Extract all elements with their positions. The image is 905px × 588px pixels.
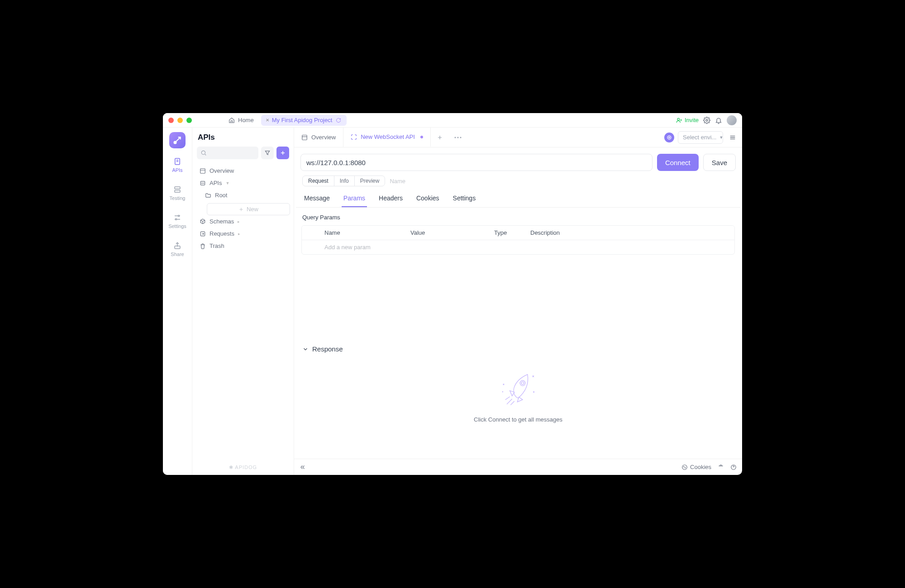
apis-icon (173, 157, 181, 166)
rocket-icon (495, 367, 541, 408)
rail-share[interactable]: Share (163, 238, 192, 261)
sidebar-title: APIs (192, 128, 294, 147)
brand-label: APIDOG (235, 465, 257, 470)
statusbar: Cookies (294, 459, 742, 475)
tree-apis[interactable]: APIs ▼ (196, 177, 290, 189)
maximize-window-button[interactable] (186, 118, 192, 123)
rail-testing[interactable]: Testing (163, 182, 192, 204)
brand-footer: ✱ APIDOG (192, 460, 294, 475)
tree-schemas-label: Schemas (210, 218, 234, 225)
env-select[interactable]: Select envi... ▼ (678, 131, 723, 144)
help-button[interactable] (730, 464, 737, 470)
tabs-more-button[interactable] (449, 128, 467, 147)
project-tabs: Home ✕ My First Apidog Project (224, 115, 347, 126)
rail-settings-label: Settings (168, 223, 186, 229)
subtab-params[interactable]: Params (342, 191, 367, 207)
tree-schemas[interactable]: Schemas ▸ (196, 215, 290, 228)
cube-icon (200, 218, 206, 225)
invite-button[interactable]: Invite (676, 117, 699, 123)
project-tab[interactable]: ✕ My First Apidog Project (261, 115, 347, 126)
request-subtabs: Message Params Headers Cookies Settings (296, 188, 740, 208)
minimize-window-button[interactable] (177, 118, 183, 123)
name-input[interactable]: Name (390, 178, 405, 185)
home-tab[interactable]: Home (224, 115, 258, 126)
rail-apis[interactable]: APIs (163, 154, 192, 176)
main: Overview New WebSocket API (294, 128, 742, 475)
svg-point-7 (176, 218, 177, 220)
settings-icon (173, 213, 181, 222)
save-button[interactable]: Save (703, 154, 736, 171)
editor-tabs: Overview New WebSocket API (294, 128, 742, 147)
tab-websocket[interactable]: New WebSocket API (343, 128, 431, 147)
cookies-label: Cookies (690, 464, 711, 470)
seg-preview[interactable]: Preview (354, 176, 385, 186)
url-input[interactable] (300, 154, 653, 171)
refresh-icon[interactable] (335, 117, 342, 124)
avatar[interactable] (727, 115, 737, 125)
env-indicator[interactable] (664, 133, 674, 142)
filter-button[interactable] (261, 147, 274, 159)
col-name: Name (320, 226, 406, 240)
tree-new-button[interactable]: New (207, 203, 290, 215)
query-params-label: Query Params (294, 208, 742, 225)
chevrons-left-icon (300, 464, 306, 470)
response-header[interactable]: Response (294, 341, 742, 358)
rail-settings[interactable]: Settings (163, 210, 192, 232)
svg-point-14 (454, 137, 456, 138)
subtab-headers[interactable]: Headers (377, 191, 405, 207)
help-icon (730, 464, 737, 470)
svg-rect-4 (175, 187, 180, 189)
seg-info[interactable]: Info (334, 176, 354, 186)
col-value: Value (406, 226, 490, 240)
col-description: Description (526, 226, 734, 240)
collapse-sidebar-button[interactable] (300, 464, 306, 470)
add-tab-button[interactable] (431, 128, 449, 147)
connect-button[interactable]: Connect (657, 154, 699, 171)
tree-trash-label: Trash (210, 242, 224, 249)
add-button[interactable] (276, 147, 289, 159)
subtab-cookies[interactable]: Cookies (414, 191, 441, 207)
svg-point-6 (178, 215, 180, 217)
tab-overview-label: Overview (311, 134, 336, 141)
panel-toggle-button[interactable] (727, 132, 738, 143)
rail-testing-label: Testing (170, 195, 186, 201)
cookies-button[interactable]: Cookies (681, 464, 711, 470)
titlebar: Home ✕ My First Apidog Project Invite (163, 113, 742, 128)
tab-websocket-label: New WebSocket API (361, 133, 415, 140)
tree-trash[interactable]: Trash (196, 240, 290, 252)
params-add-row[interactable]: Add a new param (302, 240, 734, 254)
api-icon (200, 180, 206, 186)
close-tab-icon[interactable]: ✕ (266, 118, 269, 123)
overview-tab-icon (301, 134, 308, 141)
window-controls (168, 118, 192, 123)
search-icon (200, 150, 207, 156)
tab-overview[interactable]: Overview (294, 128, 343, 147)
tree-overview[interactable]: Overview (196, 165, 290, 177)
chevron-right-icon: ▸ (238, 219, 240, 224)
rail-apis-label: APIs (172, 167, 182, 173)
seg-request[interactable]: Request (303, 176, 334, 186)
bell-icon[interactable] (715, 117, 722, 124)
subtab-settings[interactable]: Settings (451, 191, 478, 207)
add-param-placeholder: Add a new param (320, 240, 406, 254)
search-input[interactable] (197, 147, 258, 159)
tree-new-label: New (247, 206, 258, 213)
svg-point-1 (706, 119, 708, 121)
chevron-down-icon: ▼ (719, 135, 723, 140)
chevron-down-icon (302, 346, 309, 352)
svg-point-21 (682, 465, 687, 469)
app-logo[interactable] (169, 132, 186, 148)
response-title: Response (312, 345, 343, 353)
subtab-message[interactable]: Message (302, 191, 332, 207)
request-bar: Connect Save (294, 147, 742, 175)
testing-icon (173, 185, 181, 194)
close-window-button[interactable] (168, 118, 174, 123)
app-window: Home ✕ My First Apidog Project Invite (163, 113, 742, 475)
gear-icon[interactable] (703, 117, 710, 124)
arrow-square-icon (200, 231, 206, 237)
tree-root[interactable]: Root (196, 189, 290, 201)
svg-rect-5 (175, 190, 180, 193)
plus-icon (437, 134, 443, 141)
tree-requests[interactable]: Requests ▸ (196, 228, 290, 240)
clear-button[interactable] (718, 464, 724, 470)
